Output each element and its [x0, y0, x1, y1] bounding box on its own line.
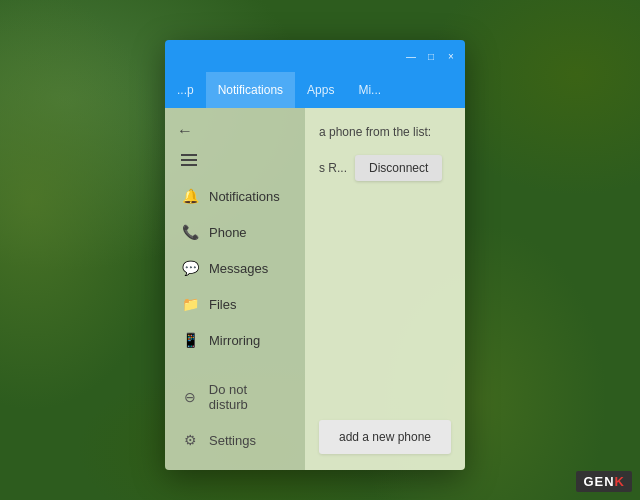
sidebar-item-do-not-disturb[interactable]: ⊖ Do not disturb	[165, 372, 305, 422]
add-phone-button[interactable]: add a new phone	[319, 420, 451, 454]
phone-name-label: s R...	[319, 161, 347, 175]
app-window: — □ × ...p Notifications Apps Mi... ←	[165, 40, 465, 470]
main-content: ← 🔔 Notifications 📞 Phone	[165, 108, 465, 470]
sidebar-item-files[interactable]: 📁 Files	[165, 286, 305, 322]
files-icon: 📁	[181, 296, 199, 312]
phone-icon: 📞	[181, 224, 199, 240]
sidebar-label-mirroring: Mirroring	[209, 333, 260, 348]
sidebar-item-phone[interactable]: 📞 Phone	[165, 214, 305, 250]
sidebar: ← 🔔 Notifications 📞 Phone	[165, 108, 305, 470]
messages-icon: 💬	[181, 260, 199, 276]
tab-bar: ...p Notifications Apps Mi...	[165, 72, 465, 108]
sidebar-label-phone: Phone	[209, 225, 247, 240]
sidebar-bottom: ⊖ Do not disturb ⚙ Settings	[165, 372, 305, 470]
mirroring-icon: 📱	[181, 332, 199, 348]
title-bar: — □ ×	[165, 40, 465, 72]
do-not-disturb-icon: ⊖	[181, 389, 199, 405]
close-button[interactable]: ×	[445, 50, 457, 62]
tab-apps[interactable]: Apps	[295, 72, 346, 108]
sidebar-label-do-not-disturb: Do not disturb	[209, 382, 289, 412]
disconnect-button[interactable]: Disconnect	[355, 155, 442, 181]
tab-notifications[interactable]: Notifications	[206, 72, 295, 108]
panel-instruction: a phone from the list:	[319, 124, 451, 141]
sidebar-header	[165, 146, 305, 178]
sidebar-label-messages: Messages	[209, 261, 268, 276]
sidebar-label-files: Files	[209, 297, 236, 312]
sidebar-label-notifications: Notifications	[209, 189, 280, 204]
notifications-icon: 🔔	[181, 188, 199, 204]
sidebar-label-settings: Settings	[209, 433, 256, 448]
back-button[interactable]: ←	[165, 116, 305, 146]
minimize-button[interactable]: —	[405, 50, 417, 62]
right-panel: a phone from the list: s R... Disconnect…	[305, 108, 465, 470]
phone-entry: s R... Disconnect	[319, 155, 451, 181]
settings-icon: ⚙	[181, 432, 199, 448]
sidebar-item-notifications[interactable]: 🔔 Notifications	[165, 178, 305, 214]
sidebar-item-mirroring[interactable]: 📱 Mirroring	[165, 322, 305, 358]
tab-app[interactable]: ...p	[165, 72, 206, 108]
hamburger-icon[interactable]	[181, 154, 197, 166]
title-bar-controls: — □ ×	[405, 50, 457, 62]
maximize-button[interactable]: □	[425, 50, 437, 62]
sidebar-item-settings[interactable]: ⚙ Settings	[165, 422, 305, 458]
tab-mirroring[interactable]: Mi...	[346, 72, 393, 108]
sidebar-item-messages[interactable]: 💬 Messages	[165, 250, 305, 286]
genk-logo: GENK	[576, 471, 632, 492]
sidebar-nav: 🔔 Notifications 📞 Phone 💬 Messages 📁 Fil…	[165, 178, 305, 372]
spacer	[319, 201, 451, 420]
